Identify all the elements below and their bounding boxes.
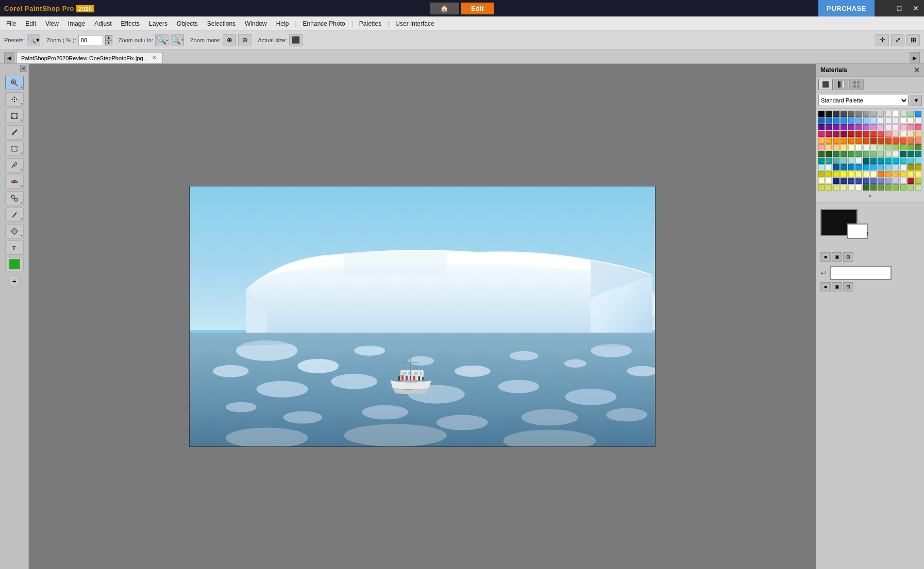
zoom-up-btn[interactable]: ▲ <box>105 35 112 40</box>
palette-swatch[interactable] <box>908 151 914 157</box>
tool-eyedropper[interactable] <box>5 125 24 140</box>
palette-swatch[interactable] <box>818 158 825 164</box>
palette-swatch[interactable] <box>915 111 921 117</box>
palette-swatch[interactable] <box>870 184 877 191</box>
palette-swatch[interactable] <box>915 131 921 137</box>
palette-swatch[interactable] <box>841 171 847 177</box>
menu-objects[interactable]: Objects <box>173 19 202 29</box>
palette-swatch[interactable] <box>900 158 906 164</box>
palette-swatch[interactable] <box>870 131 877 137</box>
menu-selections[interactable]: Selections <box>203 19 240 29</box>
palette-swatch[interactable] <box>908 137 914 144</box>
palette-swatch[interactable] <box>841 124 847 130</box>
palette-swatch[interactable] <box>908 131 914 137</box>
palette-swatch[interactable] <box>841 131 847 137</box>
palette-swatch[interactable] <box>818 151 825 157</box>
palette-swatch[interactable] <box>855 171 862 177</box>
palette-swatch[interactable] <box>885 171 892 177</box>
palette-swatch[interactable] <box>833 158 839 164</box>
move-btn[interactable]: ✛ <box>876 34 889 46</box>
palette-swatch[interactable] <box>855 158 862 164</box>
palette-swatch[interactable] <box>848 117 854 124</box>
menu-edit[interactable]: Edit <box>21 19 40 29</box>
palette-swatch[interactable] <box>878 158 884 164</box>
palette-swatch[interactable] <box>878 164 884 170</box>
palette-swatch[interactable] <box>833 184 839 191</box>
palette-swatch[interactable] <box>833 124 839 130</box>
zoom-in-btn[interactable]: 🔍+ <box>171 34 184 46</box>
palette-swatch[interactable] <box>885 124 892 130</box>
palette-swatch[interactable] <box>833 144 839 150</box>
palette-swatch[interactable] <box>855 178 862 184</box>
palette-swatch[interactable] <box>841 151 847 157</box>
palette-swatch[interactable] <box>826 151 832 157</box>
palette-swatch[interactable] <box>870 164 877 170</box>
palette-swatch[interactable] <box>878 124 884 130</box>
palette-swatch[interactable] <box>826 124 832 130</box>
palette-swatch[interactable] <box>841 137 847 144</box>
menu-palettes[interactable]: Palettes <box>355 19 385 29</box>
toolbox-close-btn[interactable]: ✕ <box>20 65 27 72</box>
palette-swatch[interactable] <box>870 111 877 117</box>
palette-swatch[interactable] <box>848 144 854 150</box>
tool-clone[interactable] <box>5 191 24 205</box>
palette-swatch[interactable] <box>893 171 899 177</box>
zoom-down-btn[interactable]: ▼ <box>105 40 112 45</box>
palette-swatch[interactable] <box>900 111 906 117</box>
zoom-out-btn[interactable]: 🔍- <box>155 34 169 46</box>
palette-swatch[interactable] <box>915 184 921 191</box>
tab-nav-right[interactable]: ▶ <box>910 52 920 63</box>
canvas-area[interactable] <box>29 64 816 569</box>
tab-close-btn[interactable]: ✕ <box>151 55 158 62</box>
palette-swatch[interactable] <box>900 164 906 170</box>
palette-swatch[interactable] <box>833 111 839 117</box>
palette-swatch[interactable] <box>848 131 854 137</box>
palette-swatch[interactable] <box>841 111 847 117</box>
palette-swatch[interactable] <box>893 124 899 130</box>
palette-swatch[interactable] <box>848 158 854 164</box>
palette-swatch[interactable] <box>870 158 877 164</box>
tab-photo[interactable]: PaintShopPro2020Review-OneStepPhotoFix.j… <box>16 52 163 63</box>
palette-swatch[interactable] <box>826 131 832 137</box>
palette-swatch[interactable] <box>915 171 921 177</box>
palette-swatch[interactable] <box>893 178 899 184</box>
palette-swatch[interactable] <box>915 117 921 124</box>
palette-swatch[interactable] <box>855 117 862 124</box>
fg-pattern-btn[interactable]: ⊞ <box>843 252 853 262</box>
palette-swatch[interactable] <box>893 137 899 144</box>
palette-swatch[interactable] <box>818 117 825 124</box>
new-window-btn[interactable]: ⊞ <box>906 34 920 46</box>
edit-button[interactable]: Edit <box>461 3 494 14</box>
tool-brush[interactable] <box>5 208 24 222</box>
palette-swatch[interactable] <box>833 117 839 124</box>
presets-dropdown-btn[interactable]: 🔍▾ <box>27 34 40 46</box>
palette-swatch[interactable] <box>848 184 854 191</box>
palette-swatch[interactable] <box>893 158 899 164</box>
palette-swatch[interactable] <box>870 171 877 177</box>
tool-text[interactable]: T <box>5 240 24 255</box>
palette-swatch[interactable] <box>863 144 869 150</box>
palette-swatch[interactable] <box>841 184 847 191</box>
palette-swatch[interactable] <box>818 137 825 144</box>
palette-swatch[interactable] <box>841 144 847 150</box>
palette-swatch[interactable] <box>893 131 899 137</box>
palette-swatch[interactable] <box>900 184 906 191</box>
palette-swatch[interactable] <box>870 137 877 144</box>
palette-swatch[interactable] <box>863 137 869 144</box>
tool-deform[interactable] <box>5 109 24 123</box>
palette-swatch[interactable] <box>863 131 869 137</box>
palette-swatch[interactable] <box>826 144 832 150</box>
palette-swatch[interactable] <box>826 164 832 170</box>
palette-swatch[interactable] <box>908 171 914 177</box>
palette-swatch[interactable] <box>878 111 884 117</box>
stroke-solid-btn[interactable]: ■ <box>820 282 831 291</box>
palette-settings-btn[interactable]: ▼ <box>911 95 922 106</box>
palette-swatch[interactable] <box>855 144 862 150</box>
palette-swatch[interactable] <box>870 178 877 184</box>
palette-swatch[interactable] <box>900 144 906 150</box>
palette-swatch[interactable] <box>893 151 899 157</box>
stroke-pattern-btn[interactable]: ⊞ <box>843 282 853 291</box>
palette-swatch[interactable] <box>848 171 854 177</box>
palette-swatch[interactable] <box>893 164 899 170</box>
palette-swatch[interactable] <box>900 131 906 137</box>
